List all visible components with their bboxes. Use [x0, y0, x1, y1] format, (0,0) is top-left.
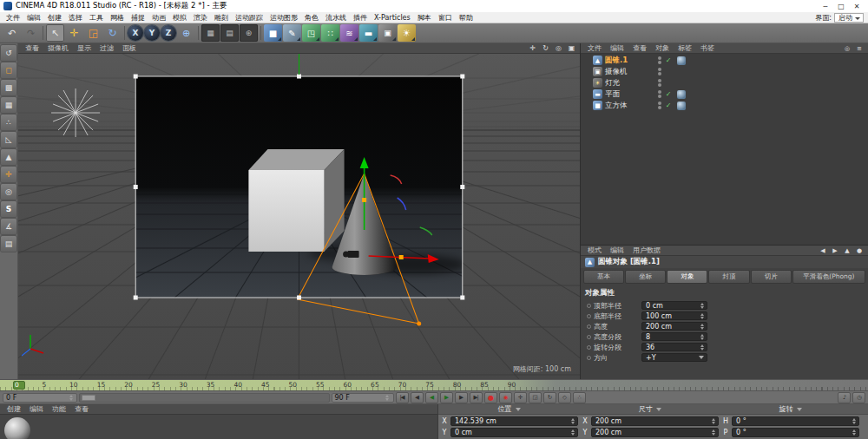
menu-tools[interactable]: 工具: [86, 13, 107, 23]
stepper-icon[interactable]: [699, 324, 705, 330]
rotation-segments-field[interactable]: 36: [641, 343, 707, 351]
lock-icon[interactable]: ●: [855, 247, 864, 254]
camera-button[interactable]: ▣: [378, 24, 397, 42]
viewport-solo-button[interactable]: ◎: [1, 184, 16, 200]
mm-menu-function[interactable]: 功能: [48, 404, 70, 414]
play-button[interactable]: ▶: [440, 392, 453, 403]
phong-tag-icon[interactable]: [677, 102, 686, 110]
make-editable-button[interactable]: ↺: [1, 45, 16, 61]
stepper-icon[interactable]: [569, 429, 575, 436]
menu-sculpt[interactable]: 雕刻: [211, 13, 232, 23]
om-menu-file[interactable]: 文件: [583, 43, 606, 53]
viewport-canvas[interactable]: [18, 54, 580, 379]
tab-object[interactable]: 对象: [667, 270, 707, 284]
mm-menu-view[interactable]: 查看: [70, 404, 93, 414]
vp-menu-filter[interactable]: 过滤: [95, 43, 118, 53]
size-header[interactable]: 尺寸: [582, 404, 719, 414]
menu-motion-tracker[interactable]: 运动跟踪: [232, 13, 266, 23]
goto-end-button[interactable]: ▶|: [470, 392, 483, 403]
menu-simulate[interactable]: 模拟: [169, 13, 190, 23]
position-x-field[interactable]: 142.539 cm: [450, 416, 578, 426]
am-menu-mode[interactable]: 模式: [583, 246, 606, 255]
subdivision-surface-button[interactable]: ◳: [302, 24, 320, 42]
menu-pipeline[interactable]: 流水线: [322, 13, 350, 23]
texture-mode-button[interactable]: ▩: [1, 80, 16, 95]
object-name[interactable]: 立方体: [605, 101, 648, 111]
current-frame-field[interactable]: 0 F: [3, 393, 77, 403]
anim-dot-icon[interactable]: [587, 324, 591, 329]
stepper-icon[interactable]: [699, 344, 705, 351]
orientation-dropdown[interactable]: +Y: [641, 353, 707, 362]
material-preview-sphere[interactable]: [4, 417, 30, 439]
light-button[interactable]: ☀: [398, 24, 416, 42]
stepper-icon[interactable]: [699, 313, 705, 319]
vp-menu-cameras[interactable]: 摄像机: [43, 43, 73, 53]
polygons-mode-button[interactable]: ▲: [1, 149, 16, 165]
coordinate-system-button[interactable]: ⊕: [177, 24, 195, 42]
om-menu-view[interactable]: 查看: [628, 43, 651, 53]
menu-plugins[interactable]: 插件: [350, 13, 371, 23]
workplane-lock-button[interactable]: ▤: [1, 236, 16, 252]
camera-object[interactable]: [343, 251, 359, 258]
vp-pan-icon[interactable]: ✛: [527, 44, 538, 53]
om-menu-bookmarks[interactable]: 书签: [696, 43, 719, 53]
autokey-button[interactable]: ◉: [499, 392, 512, 403]
frame-slider[interactable]: [79, 393, 330, 403]
render-picture-viewer-button[interactable]: ▤: [220, 24, 239, 42]
object-row-cone[interactable]: ▲ 圆锥.1 ✓: [581, 55, 868, 66]
floor-button[interactable]: ▬: [359, 24, 378, 42]
top-radius-field[interactable]: 0 cm: [641, 301, 707, 310]
timeline-ruler[interactable]: 0 5 10 15 20 25 30 35 40 45 50 55 60 65 …: [0, 379, 868, 390]
phong-tag-icon[interactable]: [677, 90, 686, 99]
menu-render[interactable]: 渲染: [190, 13, 211, 23]
menu-mesh[interactable]: 网格: [107, 13, 128, 23]
visibility-dots[interactable]: [658, 56, 661, 64]
stepper-icon[interactable]: [710, 429, 716, 436]
key-parameter-button[interactable]: ◇: [558, 392, 571, 403]
close-button[interactable]: ✕: [849, 1, 865, 11]
visibility-dots[interactable]: [658, 79, 661, 87]
position-y-field[interactable]: 0 cm: [450, 428, 578, 437]
end-frame-field[interactable]: 90 F: [332, 393, 394, 403]
interface-select[interactable]: 启动: [834, 13, 864, 23]
stepper-icon[interactable]: [68, 395, 74, 401]
stepper-icon[interactable]: [699, 334, 705, 340]
tab-coordinates[interactable]: 坐标: [625, 270, 666, 284]
object-name[interactable]: 摄像机: [605, 67, 648, 77]
object-name[interactable]: 圆锥.1: [605, 56, 648, 66]
vp-maximize-icon[interactable]: ▣: [566, 44, 577, 53]
object-row-light[interactable]: ☀ 灯光 ✓: [581, 77, 868, 88]
record-keyframe-button[interactable]: ●: [484, 392, 497, 403]
primitive-cube-button[interactable]: ■: [264, 24, 282, 42]
edges-mode-button[interactable]: ◺: [1, 132, 16, 147]
key-scale-button[interactable]: ◲: [529, 392, 542, 403]
light-object[interactable]: [51, 88, 100, 137]
sound-toggle-button[interactable]: ♪: [838, 392, 851, 403]
minimize-button[interactable]: ─: [818, 1, 833, 11]
object-name[interactable]: 灯光: [605, 78, 648, 88]
menu-mograph[interactable]: 运动图形: [266, 13, 301, 23]
visibility-dots[interactable]: [658, 68, 661, 75]
array-generator-button[interactable]: ∷: [321, 24, 339, 42]
prev-frame-button[interactable]: ◀: [411, 392, 424, 403]
mm-menu-create[interactable]: 创建: [3, 404, 25, 414]
menu-snap[interactable]: 捕捉: [128, 13, 148, 23]
enabled-check-icon[interactable]: ✓: [664, 90, 673, 98]
bend-deformer-button[interactable]: ≋: [340, 24, 358, 42]
vp-menu-display[interactable]: 显示: [73, 43, 95, 53]
stepper-icon[interactable]: [699, 303, 705, 309]
maximize-button[interactable]: □: [833, 1, 849, 11]
rotation-header[interactable]: 旋转: [722, 404, 859, 414]
key-rotation-button[interactable]: ↻: [543, 392, 556, 403]
cube-object[interactable]: [248, 149, 344, 252]
history-back-icon[interactable]: ◀: [819, 247, 827, 254]
playback-rate-button[interactable]: ◷: [852, 392, 865, 403]
am-menu-edit[interactable]: 编辑: [606, 246, 628, 255]
move-tool[interactable]: ✛: [65, 24, 83, 42]
menu-animate[interactable]: 动画: [148, 13, 169, 23]
om-menu-objects[interactable]: 对象: [651, 43, 674, 53]
spline-pen-button[interactable]: ✎: [283, 24, 301, 42]
workplane-mode-button[interactable]: ▦: [1, 97, 16, 113]
object-row-camera[interactable]: ▣ 摄像机 ✓: [581, 66, 868, 77]
object-row-plane[interactable]: ▬ 平面 ✓: [581, 88, 868, 100]
